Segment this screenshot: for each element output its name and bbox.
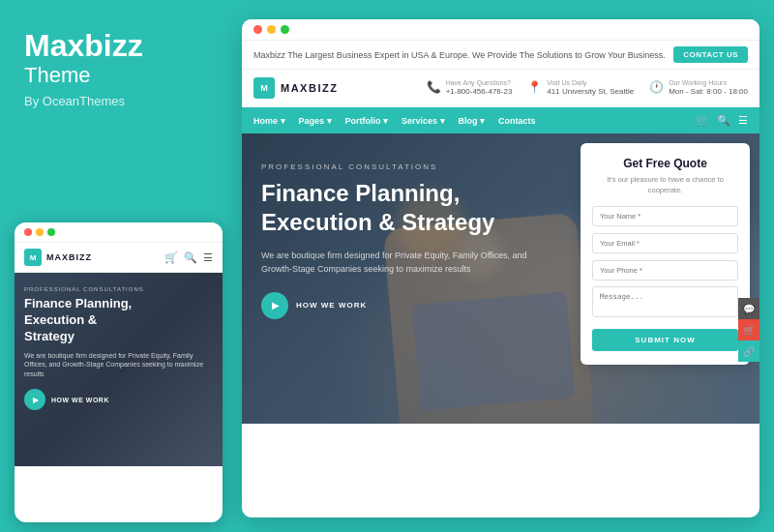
desktop-preview: Maxbizz The Largest Business Expert in U… [242, 19, 759, 517]
dt-hero-title: Finance Planning,Execution & Strategy [261, 179, 532, 237]
dt-contact-button[interactable]: CONTACT US [673, 46, 748, 63]
mobile-hero-title: Finance Planning,Execution &Strategy [24, 296, 213, 345]
dt-nav-contacts[interactable]: Contacts [498, 116, 536, 126]
by-line: By OceanThemes [24, 94, 213, 108]
dt-announcement-text: Maxbizz The Largest Business Expert in U… [253, 50, 666, 60]
mobile-top-bar [15, 222, 223, 243]
dt-side-share-icon[interactable]: 🔗 [738, 340, 759, 362]
dt-name-input[interactable] [592, 206, 738, 226]
mobile-preview: M MAXBIZZ 🛒 🔍 ☰ PROFESSIONAL CONSULTATIO… [15, 222, 223, 522]
location-icon: 📍 [527, 80, 542, 94]
mobile-logo-area: M MAXBIZZ [24, 249, 92, 266]
desktop-top-bar [242, 19, 759, 41]
mobile-hero-content: PROFESSIONAL CONSULTATIONS Finance Plann… [24, 286, 213, 410]
dt-play-label: HOW WE WORK [296, 301, 367, 310]
left-panel: Maxbizz Theme By OceanThemes M MAXBIZZ 🛒… [0, 0, 237, 532]
dt-nav-home[interactable]: Home ▾ [253, 116, 285, 126]
dt-dot-red [253, 25, 262, 34]
brand-title: Maxbizz [24, 29, 213, 63]
dt-dot-green [281, 25, 289, 34]
dt-nav-blog[interactable]: Blog ▾ [459, 116, 486, 126]
dot-green [47, 228, 55, 236]
dt-play-btn[interactable]: ▶ HOW WE WORK [261, 292, 532, 319]
dt-nav: Home ▾ Pages ▾ Portfolio ▾ Services ▾ Bl… [242, 107, 759, 133]
mobile-cart-icon: 🛒 [164, 251, 178, 264]
dt-logo-text: MAXBIZZ [281, 82, 338, 94]
dt-search-icon[interactable]: 🔍 [717, 114, 730, 127]
dt-pro-label: PROFESSIONAL CONSULTATIONS [261, 163, 532, 171]
dt-nav-portfolio[interactable]: Portfolio ▾ [345, 116, 389, 126]
dt-nav-links: Home ▾ Pages ▾ Portfolio ▾ Services ▾ Bl… [253, 116, 536, 126]
dt-logo-icon: M [253, 77, 275, 99]
mobile-play-circle: ▶ [24, 389, 45, 410]
mobile-search-icon: 🔍 [184, 251, 197, 264]
dt-location-info: 📍 Visit Us Daily 411 University St, Seat… [527, 79, 634, 97]
dt-phone-info: 📞 Have Any Questions? +1-800-456-478-23 [427, 79, 513, 97]
mobile-logo-icon: M [24, 249, 42, 266]
mobile-nav-icons: 🛒 🔍 ☰ [164, 251, 213, 264]
dt-hours-label: Our Working Hours [669, 79, 748, 86]
dt-submit-button[interactable]: SUBMIT NOW [592, 329, 738, 351]
dt-form-subtitle: It's our pleasure to have a chance to co… [592, 175, 738, 195]
dt-announcement-bar: Maxbizz The Largest Business Expert in U… [242, 41, 759, 70]
dt-hero-text: We are boutique firm designed for Privat… [261, 249, 532, 277]
dt-phone-value: +1-800-456-478-23 [446, 86, 513, 97]
dt-play-circle: ▶ [261, 292, 288, 319]
dt-hero: PROFESSIONAL CONSULTATIONS Finance Plann… [242, 133, 759, 424]
dt-side-icons: 💬 🛒 🔗 [738, 298, 759, 362]
mobile-hero-text: We are boutique firm designed for Privat… [24, 351, 213, 379]
dot-yellow [36, 228, 44, 236]
mobile-menu-icon: ☰ [203, 251, 213, 264]
dt-email-input[interactable] [592, 233, 738, 253]
dt-nav-icons: 🛒 🔍 ☰ [696, 114, 748, 127]
mobile-play-label: HOW WE WORK [51, 397, 109, 403]
dt-location-value: 411 University St, Seattle [547, 86, 634, 97]
dt-side-chat-icon[interactable]: 💬 [738, 298, 759, 319]
mobile-nav: M MAXBIZZ 🛒 🔍 ☰ [15, 243, 223, 273]
dt-quote-form: Get Free Quote It's our pleasure to have… [580, 143, 750, 365]
dot-red [24, 228, 32, 236]
dt-header: M MAXBIZZ 📞 Have Any Questions? +1-800-4… [242, 70, 759, 107]
dt-phone-input[interactable] [592, 260, 738, 281]
brand-subtitle: Theme [24, 63, 213, 88]
phone-icon: 📞 [427, 80, 441, 94]
mobile-hero: PROFESSIONAL CONSULTATIONS Finance Plann… [15, 273, 223, 466]
dt-hero-content: PROFESSIONAL CONSULTATIONS Finance Plann… [261, 163, 532, 319]
dt-side-cart-icon[interactable]: 🛒 [738, 319, 759, 340]
mobile-logo-text: MAXBIZZ [46, 252, 92, 262]
dt-dot-yellow [267, 25, 276, 34]
dt-header-info: 📞 Have Any Questions? +1-800-456-478-23 … [427, 79, 748, 97]
clock-icon: 🕐 [649, 80, 664, 94]
dt-hours-value: Mon - Sat: 8:00 - 18:00 [669, 86, 748, 97]
dt-nav-services[interactable]: Services ▾ [402, 116, 445, 126]
dt-logo-area: M MAXBIZZ [253, 77, 338, 99]
dt-menu-icon[interactable]: ☰ [738, 114, 748, 127]
dt-nav-pages[interactable]: Pages ▾ [299, 116, 332, 126]
dt-location-label: Visit Us Daily [547, 79, 634, 86]
dt-form-title: Get Free Quote [592, 157, 738, 170]
dt-cart-icon[interactable]: 🛒 [696, 114, 709, 127]
mobile-play-btn[interactable]: ▶ HOW WE WORK [24, 389, 213, 410]
dt-phone-label: Have Any Questions? [446, 79, 513, 86]
mobile-pro-label: PROFESSIONAL CONSULTATIONS [24, 286, 213, 292]
dt-message-input[interactable] [592, 286, 738, 317]
dt-hours-info: 🕐 Our Working Hours Mon - Sat: 8:00 - 18… [649, 79, 748, 97]
